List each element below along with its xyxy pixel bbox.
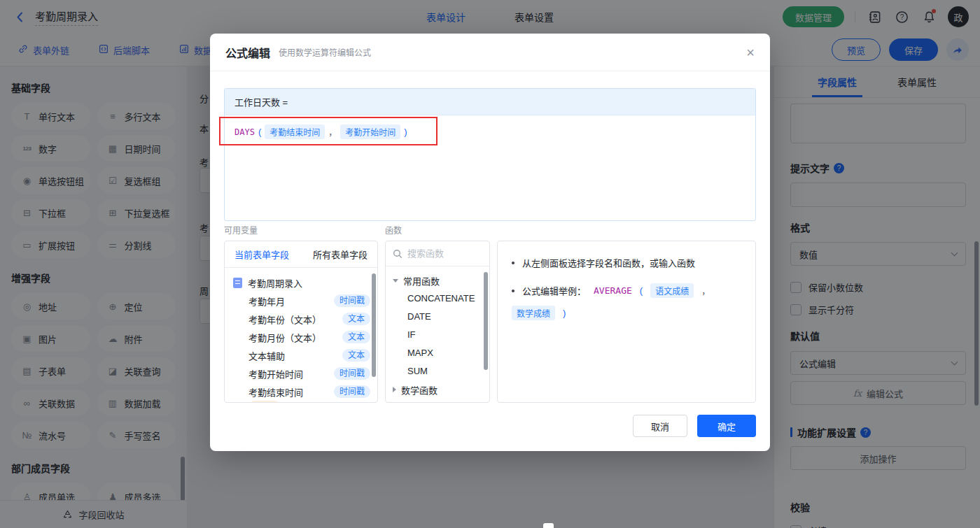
chevron-down-icon: [393, 279, 398, 283]
variables-tab-1[interactable]: 所有表单字段: [313, 248, 368, 261]
variables-tabs: 当前表单字段所有表单字段: [225, 241, 377, 268]
function-item-concatenate[interactable]: CONCATENATE: [386, 290, 489, 308]
variables-root-label: 考勤周期录入: [248, 276, 302, 290]
function-item-date[interactable]: DATE: [386, 308, 489, 326]
variables-section-label: 可用变量: [224, 224, 258, 236]
variables-tab-0[interactable]: 当前表单字段: [234, 248, 289, 261]
modal-header: 公式编辑 使用数学运算符编辑公式 ×: [210, 34, 770, 71]
variables-root-node[interactable]: 考勤周期录入: [225, 273, 377, 292]
formula-field-chip[interactable]: 考勤开始时间: [340, 124, 400, 139]
help-example: 公式编辑举例： AVERAGE ( 语文成绩 ， 数学成绩 ): [512, 283, 741, 320]
variable-field-row[interactable]: 考勤月份（文本）文本: [225, 328, 377, 346]
variable-field-name: 文本辅助: [248, 349, 285, 362]
open-paren: (: [258, 127, 261, 137]
functions-scrollbar[interactable]: [484, 272, 488, 370]
bullet-icon: [512, 262, 514, 264]
function-tree: 常用函数CONCATENATEDATEIFMAPXSUM数学函数文本函数: [386, 266, 489, 403]
function-search: [386, 241, 489, 266]
formula-comma: ，: [328, 126, 337, 138]
formula-help-panel: 从左侧面板选择字段名和函数，或输入函数 公式编辑举例： AVERAGE ( 语文…: [497, 241, 756, 403]
function-group-label: 数学函数: [401, 383, 438, 397]
variable-field-name: 考勤开始时间: [248, 367, 303, 380]
example-field-chip: 语文成绩: [650, 283, 694, 298]
help-tip-text: 从左侧面板选择字段名和函数，或输入函数: [522, 256, 695, 269]
close-icon[interactable]: ×: [746, 45, 755, 59]
function-group-label: 常用函数: [403, 274, 440, 287]
variable-field-row-partial: [225, 401, 377, 403]
functions-panel: 常用函数CONCATENATEDATEIFMAPXSUM数学函数文本函数: [385, 241, 490, 403]
variables-panel: 当前表单字段所有表单字段 考勤周期录入 考勤年月时间戳考勤年份（文本）文本考勤月…: [224, 241, 378, 403]
variable-field-row[interactable]: 考勤开始时间时间戳: [225, 364, 377, 383]
functions-section-label: 函数: [385, 224, 402, 236]
variable-field-name: 考勤年份（文本）: [248, 313, 321, 326]
function-group-0[interactable]: 常用函数: [386, 271, 489, 290]
help-tip: 从左侧面板选择字段名和函数，或输入函数: [512, 256, 741, 269]
formula-function-name: DAYS: [234, 127, 255, 137]
function-group-1[interactable]: 数学函数: [386, 380, 489, 399]
example-function-name: AVERAGE: [594, 285, 632, 296]
modal-footer: 取消 确定: [633, 415, 756, 437]
bottom-peek-element: [543, 523, 554, 528]
formula-editor-modal: 公式编辑 使用数学运算符编辑公式 × 工作日天数 = DAYS ( 考勤结束时间…: [210, 34, 770, 451]
variable-field-name: 考勤结束时间: [248, 385, 303, 399]
field-type-badge: 文本: [342, 349, 370, 362]
app-screen: 考勤周期录入 表单设计表单设置 数据管理 ? 政 表单外链后端脚本数据权限 预览…: [0, 0, 980, 528]
form-doc-icon: [233, 278, 242, 288]
chevron-right-icon: [393, 387, 396, 392]
function-item-sum[interactable]: SUM: [386, 362, 489, 380]
bullet-icon: [512, 290, 514, 292]
close-paren: ): [404, 127, 407, 137]
variable-field-row[interactable]: 考勤年月时间戳: [225, 292, 377, 310]
function-search-input[interactable]: [407, 248, 475, 259]
variable-field-name: 考勤年月: [248, 294, 285, 308]
variables-scrollbar[interactable]: [372, 273, 376, 377]
variable-field-row[interactable]: 考勤结束时间时间戳: [225, 383, 377, 401]
function-item-if[interactable]: IF: [386, 326, 489, 344]
field-type-badge: 时间戳: [334, 294, 370, 307]
open-paren: (: [640, 285, 643, 296]
field-type-badge: 文本: [342, 331, 370, 343]
formula-field-chip[interactable]: 考勤结束时间: [265, 124, 325, 139]
function-item-mapx[interactable]: MAPX: [386, 344, 489, 362]
modal-title: 公式编辑: [225, 44, 270, 61]
variable-field-row[interactable]: 文本辅助文本: [225, 346, 377, 364]
search-icon: [393, 249, 402, 259]
variable-field-row[interactable]: 考勤年份（文本）文本: [225, 310, 377, 328]
field-type-badge: 文本: [342, 313, 370, 325]
field-type-badge-partial: [248, 401, 281, 403]
example-comma: ，: [701, 285, 710, 297]
confirm-button[interactable]: 确定: [697, 415, 756, 437]
cancel-button[interactable]: 取消: [633, 415, 687, 437]
function-group-2[interactable]: 文本函数: [386, 399, 489, 403]
function-group-label: 文本函数: [401, 401, 438, 404]
field-type-badge: 时间戳: [334, 367, 370, 380]
close-paren: ): [563, 308, 566, 318]
modal-subtitle: 使用数学运算符编辑公式: [279, 46, 371, 58]
formula-editor-box: 工作日天数 = DAYS ( 考勤结束时间 ， 考勤开始时间 ): [224, 88, 756, 221]
formula-target: 工作日天数 =: [225, 89, 755, 115]
example-field-chip: 数学成绩: [512, 306, 555, 320]
help-example-prefix: 公式编辑举例：: [522, 284, 586, 297]
variables-list: 考勤周期录入 考勤年月时间戳考勤年份（文本）文本考勤月份（文本）文本文本辅助文本…: [225, 268, 377, 403]
formula-input-area[interactable]: DAYS ( 考勤结束时间 ， 考勤开始时间 ): [225, 115, 755, 148]
field-type-badge: 时间戳: [334, 385, 370, 398]
variable-field-name: 考勤月份（文本）: [248, 331, 321, 344]
